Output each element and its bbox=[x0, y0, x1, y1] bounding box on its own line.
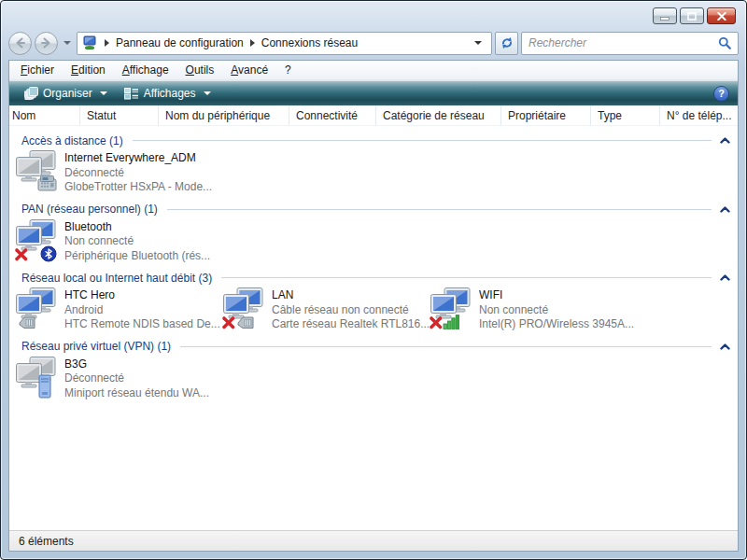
command-toolbar: Organiser Affichages ? bbox=[9, 80, 738, 105]
group-items: Bluetooth Non connecté Périphérique Blue… bbox=[14, 219, 738, 264]
address-dropdown-icon[interactable] bbox=[474, 41, 482, 45]
maximize-icon bbox=[687, 12, 697, 21]
back-arrow-icon bbox=[14, 37, 26, 49]
column-nom[interactable]: Nom bbox=[9, 105, 80, 125]
refresh-button[interactable] bbox=[495, 32, 518, 55]
menu-fichier[interactable]: Fichier bbox=[12, 62, 63, 78]
group-items: Internet Everywhere_ADM Déconnecté Globe… bbox=[14, 150, 738, 195]
connection-status: Câble réseau non connecté bbox=[272, 303, 429, 318]
search-box bbox=[521, 32, 739, 55]
connection-device: GlobeTrotter HSxPA - Mode... bbox=[64, 180, 212, 195]
menu-bar: Fichier Edition Affichage Outils Avancé … bbox=[9, 61, 738, 80]
help-button[interactable]: ? bbox=[713, 86, 729, 102]
connection-htc-hero[interactable]: HTC Hero Android HTC Remote NDIS based D… bbox=[14, 287, 221, 332]
group-items: HTC Hero Android HTC Remote NDIS based D… bbox=[14, 287, 738, 332]
connection-name: LAN bbox=[272, 288, 429, 303]
group-divider bbox=[133, 140, 712, 141]
group-title: Réseau privé virtuel (VPN) (1) bbox=[21, 340, 171, 353]
group-header-pan: PAN (réseau personnel) (1) bbox=[21, 202, 732, 217]
connection-status: Déconnecté bbox=[64, 166, 212, 181]
minimize-icon bbox=[660, 12, 669, 21]
connection-name: Internet Everywhere_ADM bbox=[64, 151, 212, 166]
column-nom-peripherique[interactable]: Nom du périphérique bbox=[159, 105, 289, 125]
breadcrumb-control-panel[interactable]: Panneau de configuration bbox=[116, 36, 244, 49]
connection-status: Non connecté bbox=[479, 303, 634, 318]
connection-name: B3G bbox=[64, 357, 209, 372]
connection-b3g[interactable]: B3G Déconnecté Miniport réseau étendu WA… bbox=[14, 357, 221, 401]
breadcrumb-arrow-icon bbox=[250, 39, 255, 47]
close-button[interactable] bbox=[707, 7, 736, 24]
dual-monitors-wifi-error-icon bbox=[429, 287, 472, 330]
connection-device: HTC Remote NDIS based De... bbox=[64, 317, 220, 332]
column-headers: Nom Statut Nom du périphérique Connectiv… bbox=[9, 105, 738, 126]
group-items: B3G Déconnecté Miniport réseau étendu WA… bbox=[14, 357, 738, 401]
column-categorie-reseau[interactable]: Catégorie de réseau bbox=[376, 105, 501, 125]
connection-device: Miniport réseau étendu WA... bbox=[64, 386, 209, 401]
search-input[interactable] bbox=[529, 36, 718, 49]
collapse-chevron-icon[interactable] bbox=[720, 343, 730, 350]
forward-arrow-icon bbox=[40, 37, 52, 49]
connection-text: Internet Everywhere_ADM Déconnecté Globe… bbox=[64, 150, 212, 195]
column-proprietaire[interactable]: Propriétaire bbox=[501, 105, 591, 125]
connection-text: LAN Câble réseau non connecté Carte rése… bbox=[272, 287, 429, 332]
connection-name: WIFI bbox=[479, 288, 634, 303]
organize-dropdown-icon bbox=[100, 91, 107, 95]
status-bar: 6 éléments bbox=[9, 530, 738, 551]
views-button[interactable]: Affichages bbox=[118, 84, 218, 103]
group-divider bbox=[180, 346, 712, 347]
connection-text: B3G Déconnecté Miniport réseau étendu WA… bbox=[64, 357, 209, 401]
connection-internet-everywhere[interactable]: Internet Everywhere_ADM Déconnecté Globe… bbox=[14, 150, 221, 195]
dual-monitors-modem-icon bbox=[14, 150, 57, 193]
group-header-acces-distance: Accès à distance (1) bbox=[21, 133, 732, 148]
connection-name: HTC Hero bbox=[64, 288, 220, 303]
close-icon bbox=[717, 12, 726, 21]
recent-pages-dropdown[interactable] bbox=[63, 41, 71, 45]
connection-text: HTC Hero Android HTC Remote NDIS based D… bbox=[64, 287, 220, 332]
dual-monitors-ethernet-error-icon bbox=[221, 287, 264, 330]
menu-affichage[interactable]: Affichage bbox=[114, 62, 177, 78]
connection-name: Bluetooth bbox=[64, 220, 210, 235]
organize-button[interactable]: Organiser bbox=[18, 84, 114, 103]
connection-status: Non connecté bbox=[64, 234, 210, 249]
menu-help[interactable]: ? bbox=[276, 62, 300, 78]
connection-status: Android bbox=[64, 303, 220, 318]
group-divider bbox=[221, 277, 712, 278]
column-connectivite[interactable]: Connectivité bbox=[289, 105, 376, 125]
dual-monitors-ethernet-icon bbox=[14, 287, 57, 330]
network-connections-window: Panneau de configuration Connexions rése… bbox=[0, 0, 747, 560]
connections-list: Accès à distance (1) Internet Everywhere… bbox=[9, 126, 738, 530]
window-controls bbox=[653, 7, 736, 24]
connection-bluetooth[interactable]: Bluetooth Non connecté Périphérique Blue… bbox=[14, 219, 221, 264]
collapse-chevron-icon[interactable] bbox=[720, 206, 730, 213]
connection-device: Carte réseau Realtek RTL816... bbox=[272, 317, 429, 332]
column-type[interactable]: Type bbox=[591, 105, 660, 125]
back-button[interactable] bbox=[8, 32, 32, 55]
breadcrumb-network-connections[interactable]: Connexions réseau bbox=[261, 36, 358, 49]
search-icon[interactable] bbox=[718, 36, 731, 49]
connection-device: Périphérique Bluetooth (rés... bbox=[64, 249, 210, 264]
address-bar[interactable]: Panneau de configuration Connexions rése… bbox=[77, 32, 492, 55]
menu-outils[interactable]: Outils bbox=[177, 62, 223, 78]
navigation-bar: Panneau de configuration Connexions rése… bbox=[8, 28, 739, 58]
items-count: 6 éléments bbox=[19, 535, 74, 548]
connection-wifi[interactable]: WIFI Non connecté Intel(R) PRO/Wireless … bbox=[429, 287, 636, 332]
column-numero-telephone[interactable]: N° de télép... bbox=[660, 105, 738, 125]
connection-lan[interactable]: LAN Câble réseau non connecté Carte rése… bbox=[221, 287, 429, 332]
menu-edition[interactable]: Edition bbox=[63, 62, 114, 78]
connection-text: Bluetooth Non connecté Périphérique Blue… bbox=[64, 219, 210, 264]
connection-device: Intel(R) PRO/Wireless 3945A... bbox=[479, 317, 634, 332]
group-title: Accès à distance (1) bbox=[21, 134, 123, 147]
organize-icon bbox=[24, 87, 38, 100]
group-title: PAN (réseau personnel) (1) bbox=[21, 203, 158, 216]
menu-avance[interactable]: Avancé bbox=[222, 62, 276, 78]
dual-monitors-vpn-icon bbox=[14, 357, 57, 399]
minimize-button[interactable] bbox=[653, 7, 677, 24]
maximize-button[interactable] bbox=[680, 7, 704, 24]
collapse-chevron-icon[interactable] bbox=[720, 137, 730, 144]
organize-label: Organiser bbox=[43, 87, 92, 100]
collapse-chevron-icon[interactable] bbox=[720, 274, 730, 281]
column-statut[interactable]: Statut bbox=[80, 105, 159, 125]
forward-button[interactable] bbox=[35, 32, 58, 55]
views-label: Affichages bbox=[144, 87, 196, 100]
refresh-icon bbox=[500, 36, 514, 49]
